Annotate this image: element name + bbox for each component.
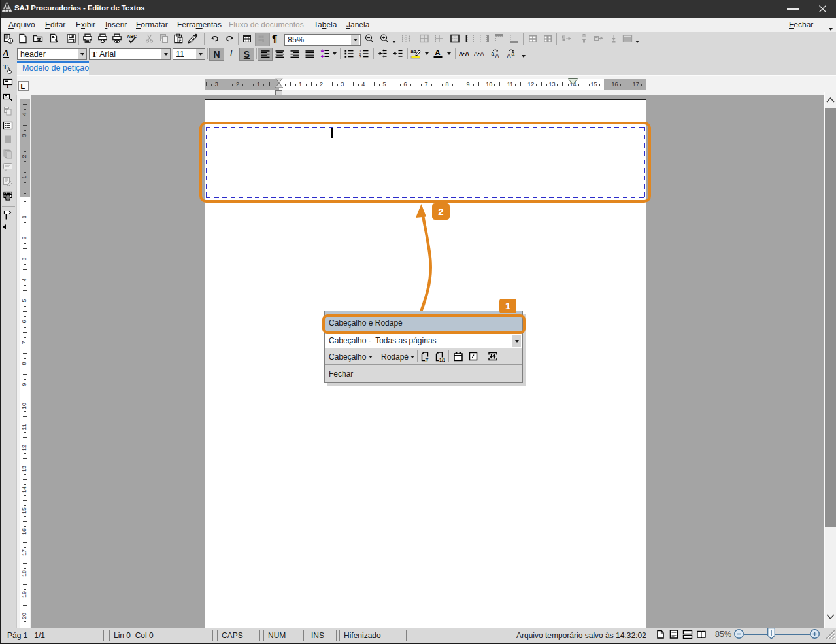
svg-text:A: A (459, 50, 463, 57)
svg-text:T: T (6, 83, 10, 88)
svg-text:A: A (495, 52, 499, 58)
svg-text:A: A (480, 50, 484, 57)
svg-text:#: # (425, 356, 429, 362)
svg-text:3: 3 (359, 56, 361, 59)
svg-text:A: A (435, 48, 441, 56)
svg-text:a: a (512, 50, 515, 57)
svg-text:1/1: 1/1 (439, 358, 445, 362)
svg-text:A: A (507, 52, 511, 58)
svg-text:T: T (3, 63, 8, 71)
svg-text:a: a (492, 50, 495, 57)
svg-text:A: A (465, 50, 470, 57)
svg-text:A: A (474, 50, 478, 57)
svg-text:ab: ab (411, 49, 416, 54)
svg-text:A: A (3, 48, 9, 58)
